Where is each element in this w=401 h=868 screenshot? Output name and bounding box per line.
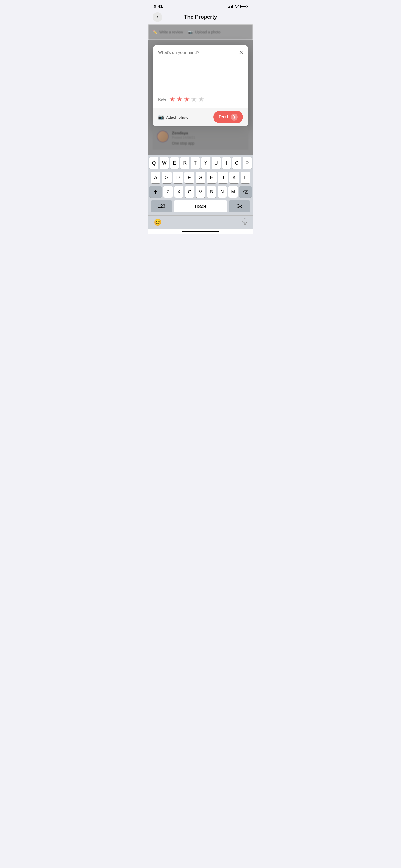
back-button[interactable]: ‹ xyxy=(153,12,162,22)
key-A[interactable]: A xyxy=(151,172,160,183)
reviewer-info: Zendaya Posted 14/08/21 One stop app xyxy=(172,131,244,145)
back-arrow-icon: ‹ xyxy=(157,14,158,20)
upload-photo-action: 📷 Upload a photo xyxy=(188,30,220,34)
key-X[interactable]: X xyxy=(174,186,184,198)
camera-icon: 📷 xyxy=(158,114,164,120)
modal-footer: 📷 Attach photo Post ❯ xyxy=(153,108,248,126)
star-4[interactable]: ★ xyxy=(191,95,197,103)
home-indicator xyxy=(148,229,253,234)
reviewer-name: Zendaya xyxy=(172,131,244,135)
key-W[interactable]: W xyxy=(160,157,169,169)
key-Z[interactable]: Z xyxy=(163,186,173,198)
key-U[interactable]: U xyxy=(212,157,220,169)
emoji-key[interactable]: 😊 xyxy=(154,219,162,226)
key-S[interactable]: S xyxy=(162,172,172,183)
page-title: The Property xyxy=(184,14,217,20)
upload-photo-icon: 📷 xyxy=(188,30,193,34)
reviewer-avatar xyxy=(157,131,169,143)
keyboard-row-1: Q W E R T Y U I O P xyxy=(149,157,252,169)
attach-photo-label: Attach photo xyxy=(166,115,188,120)
review-text-input[interactable] xyxy=(158,50,243,88)
key-E[interactable]: E xyxy=(170,157,179,169)
star-3[interactable]: ★ xyxy=(184,95,190,103)
shift-key[interactable] xyxy=(149,186,162,198)
status-time: 9:41 xyxy=(154,4,163,9)
key-T[interactable]: T xyxy=(191,157,200,169)
mic-key[interactable] xyxy=(243,218,247,226)
status-bar: 9:41 xyxy=(148,0,253,11)
upload-photo-label: Upload a photo xyxy=(195,30,220,34)
modal-overlay: ✕ Rate ★ ★ ★ ★ ★ 📷 Attach photo Post xyxy=(148,39,253,155)
key-B[interactable]: B xyxy=(207,186,216,198)
key-R[interactable]: R xyxy=(181,157,189,169)
keyboard-row-3: Z X C V B N M xyxy=(149,186,252,198)
home-bar xyxy=(182,231,219,232)
key-N[interactable]: N xyxy=(218,186,227,198)
rate-label: Rate xyxy=(158,97,166,101)
bg-content: ✏️ Write a review 📷 Upload a photo xyxy=(148,25,253,39)
key-D[interactable]: D xyxy=(173,172,183,183)
svg-rect-0 xyxy=(244,219,246,222)
key-L[interactable]: L xyxy=(241,172,250,183)
go-key[interactable]: Go xyxy=(229,200,250,212)
attach-photo-button[interactable]: 📷 Attach photo xyxy=(158,114,188,120)
write-review-icon: ✏️ xyxy=(153,30,157,34)
close-button[interactable]: ✕ xyxy=(238,49,244,56)
star-rating[interactable]: ★ ★ ★ ★ ★ xyxy=(169,95,204,103)
star-1[interactable]: ★ xyxy=(169,95,175,103)
key-H[interactable]: H xyxy=(207,172,217,183)
key-O[interactable]: O xyxy=(232,157,241,169)
battery-icon xyxy=(240,5,247,8)
keyboard-row-2: A S D F G H J K L xyxy=(149,172,252,183)
keyboard[interactable]: Q W E R T Y U I O P A S D F G H J K L Z … xyxy=(148,155,253,215)
key-J[interactable]: J xyxy=(218,172,228,183)
status-icons xyxy=(228,4,247,8)
key-Q[interactable]: Q xyxy=(149,157,158,169)
post-label: Post xyxy=(219,115,228,120)
modal-body: ✕ Rate ★ ★ ★ ★ ★ xyxy=(153,45,248,108)
write-review-action: ✏️ Write a review xyxy=(153,30,183,34)
key-C[interactable]: C xyxy=(185,186,194,198)
key-G[interactable]: G xyxy=(196,172,205,183)
delete-key[interactable] xyxy=(239,186,252,198)
post-arrow-icon: ❯ xyxy=(231,114,238,121)
bg-review: Zendaya Posted 14/08/21 One stop app xyxy=(153,126,248,150)
key-P[interactable]: P xyxy=(243,157,252,169)
star-5[interactable]: ★ xyxy=(198,95,204,103)
key-K[interactable]: K xyxy=(229,172,239,183)
rating-section: Rate ★ ★ ★ ★ ★ xyxy=(158,93,243,103)
num-key[interactable]: 123 xyxy=(151,200,172,212)
reviewer-date: Posted 14/08/21 xyxy=(172,136,244,140)
keyboard-accessory: 😊 xyxy=(148,215,253,229)
nav-bar: ‹ The Property xyxy=(148,11,253,25)
write-review-label: Write a review xyxy=(159,30,183,34)
key-Y[interactable]: Y xyxy=(201,157,210,169)
keyboard-bottom-row: 123 space Go xyxy=(149,200,252,212)
key-V[interactable]: V xyxy=(196,186,205,198)
key-M[interactable]: M xyxy=(228,186,238,198)
space-key[interactable]: space xyxy=(174,200,227,212)
reviewer-text: One stop app xyxy=(172,141,244,145)
key-I[interactable]: I xyxy=(222,157,231,169)
signal-icon xyxy=(228,5,233,8)
star-2[interactable]: ★ xyxy=(177,95,183,103)
key-F[interactable]: F xyxy=(184,172,194,183)
post-button[interactable]: Post ❯ xyxy=(213,111,243,123)
review-modal: ✕ Rate ★ ★ ★ ★ ★ 📷 Attach photo Post xyxy=(153,45,248,126)
wifi-icon xyxy=(235,4,239,8)
